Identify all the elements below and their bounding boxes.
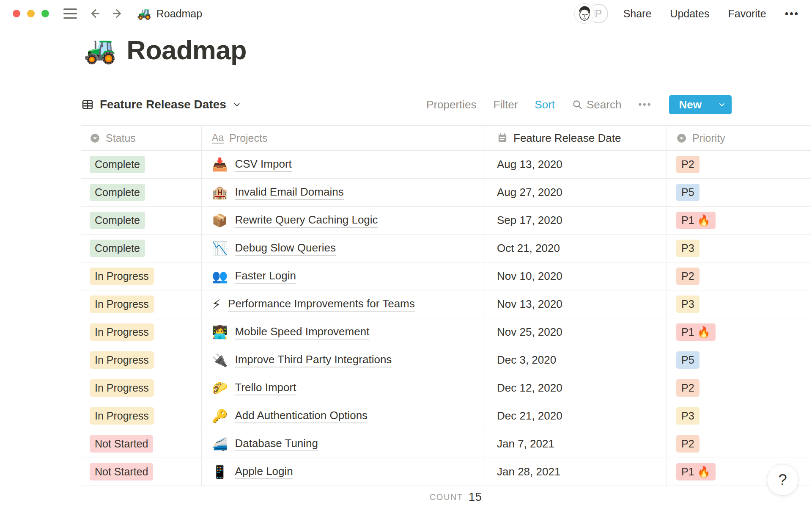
filter-button[interactable]: Filter xyxy=(494,98,518,111)
date-cell[interactable]: Jan 28, 2021 xyxy=(485,458,667,486)
priority-tag[interactable]: P1 🔥 xyxy=(676,212,716,229)
date-cell[interactable]: Dec 21, 2020 xyxy=(485,402,667,430)
new-button-label[interactable]: New xyxy=(669,95,712,114)
project-cell[interactable]: 📱 Apple Login xyxy=(202,458,485,486)
table-row[interactable]: In Progress 🔌 Improve Third Party Integr… xyxy=(81,346,811,374)
priority-tag[interactable]: P3 xyxy=(676,240,700,257)
priority-tag[interactable]: P1 🔥 xyxy=(676,323,716,341)
priority-tag[interactable]: P5 xyxy=(676,184,700,201)
table-row[interactable]: Complete 📦 Rewrite Query Caching Logic S… xyxy=(81,207,811,235)
zoom-window-button[interactable] xyxy=(41,10,49,17)
project-cell[interactable]: 🏨 Invalid Email Domains xyxy=(202,179,485,206)
status-tag[interactable]: In Progress xyxy=(90,268,154,285)
priority-tag[interactable]: P2 xyxy=(676,379,700,397)
status-cell[interactable]: In Progress xyxy=(81,318,202,346)
view-more-icon[interactable]: ••• xyxy=(638,99,652,110)
column-header-priority[interactable]: Priority xyxy=(667,126,811,150)
project-page-link[interactable]: Add Authentication Options xyxy=(235,409,368,423)
table-row[interactable]: Complete 📥 CSV Import Aug 13, 2020 P2 xyxy=(81,151,811,179)
close-window-button[interactable] xyxy=(13,10,20,17)
date-cell[interactable]: Dec 12, 2020 xyxy=(485,374,667,402)
date-cell[interactable]: Nov 25, 2020 xyxy=(485,318,667,346)
favorite-button[interactable]: Favorite xyxy=(728,8,766,20)
project-page-link[interactable]: Faster Login xyxy=(235,269,296,284)
status-cell[interactable]: Not Started xyxy=(81,430,202,458)
project-cell[interactable]: 🚄 Database Tuning xyxy=(202,430,485,458)
view-switcher[interactable]: Feature Release Dates xyxy=(81,98,241,111)
project-page-link[interactable]: Apple Login xyxy=(235,465,293,479)
column-header-date[interactable]: Feature Release Date xyxy=(485,126,667,150)
project-cell[interactable]: 👥 Faster Login xyxy=(202,262,485,290)
table-row[interactable]: Complete 📉 Debug Slow Queries Oct 21, 20… xyxy=(81,235,811,262)
status-tag[interactable]: In Progress xyxy=(90,295,154,313)
page-tractor-icon[interactable]: 🚜 xyxy=(84,37,116,63)
status-cell[interactable]: Not Started xyxy=(81,458,202,486)
priority-cell[interactable]: P5 xyxy=(667,346,811,374)
date-cell[interactable]: Aug 13, 2020 xyxy=(485,151,667,178)
table-row[interactable]: Not Started 📱 Apple Login Jan 28, 2021 P… xyxy=(81,458,811,486)
date-cell[interactable]: Jan 7, 2021 xyxy=(485,430,667,458)
project-page-link[interactable]: Rewrite Query Caching Logic xyxy=(235,213,378,228)
status-cell[interactable]: In Progress xyxy=(81,290,202,318)
status-cell[interactable]: In Progress xyxy=(81,346,202,374)
priority-cell[interactable]: P2 xyxy=(667,262,811,290)
priority-tag[interactable]: P1 🔥 xyxy=(676,463,716,480)
status-cell[interactable]: In Progress xyxy=(81,262,202,290)
breadcrumb[interactable]: 🚜 Roadmap xyxy=(137,7,202,20)
priority-cell[interactable]: P1 🔥 xyxy=(667,318,811,346)
priority-cell[interactable]: P3 xyxy=(667,402,811,430)
project-cell[interactable]: 🌮 Trello Import xyxy=(202,374,485,402)
minimize-window-button[interactable] xyxy=(27,10,35,17)
project-cell[interactable]: 📥 CSV Import xyxy=(202,151,485,178)
date-cell[interactable]: Sep 17, 2020 xyxy=(485,207,667,234)
date-cell[interactable]: Nov 10, 2020 xyxy=(485,262,667,290)
table-row[interactable]: Complete 🏨 Invalid Email Domains Aug 27,… xyxy=(81,179,811,207)
table-row[interactable]: In Progress ⚡ Performance Improvements f… xyxy=(81,290,811,318)
status-tag[interactable]: In Progress xyxy=(90,351,154,369)
status-tag[interactable]: Not Started xyxy=(90,435,153,453)
priority-tag[interactable]: P2 xyxy=(676,156,700,173)
status-tag[interactable]: In Progress xyxy=(90,379,154,397)
column-header-status[interactable]: Status xyxy=(81,126,202,150)
priority-cell[interactable]: P3 xyxy=(667,235,811,262)
status-tag[interactable]: Complete xyxy=(90,240,145,257)
status-tag[interactable]: Complete xyxy=(90,212,145,229)
new-button[interactable]: New xyxy=(669,95,732,114)
table-row[interactable]: In Progress 👩‍💻 Mobile Speed Improvement… xyxy=(81,318,811,346)
collaborator-avatars[interactable]: P xyxy=(574,3,608,24)
page-title[interactable]: Roadmap xyxy=(126,35,247,65)
status-tag[interactable]: Complete xyxy=(90,184,145,201)
share-button[interactable]: Share xyxy=(623,8,652,20)
priority-cell[interactable]: P1 🔥 xyxy=(667,207,811,234)
status-tag[interactable]: Not Started xyxy=(90,463,153,480)
table-row[interactable]: Not Started 🚄 Database Tuning Jan 7, 202… xyxy=(81,430,811,458)
status-cell[interactable]: Complete xyxy=(81,179,202,206)
status-cell[interactable]: Complete xyxy=(81,235,202,262)
status-cell[interactable]: In Progress xyxy=(81,374,202,402)
table-row[interactable]: In Progress 🌮 Trello Import Dec 12, 2020… xyxy=(81,374,811,402)
priority-tag[interactable]: P3 xyxy=(676,295,700,313)
project-page-link[interactable]: Trello Import xyxy=(235,381,296,395)
project-page-link[interactable]: Improve Third Party Integrations xyxy=(235,353,392,367)
date-cell[interactable]: Aug 27, 2020 xyxy=(485,179,667,206)
table-row[interactable]: In Progress 🔑 Add Authentication Options… xyxy=(81,402,811,430)
updates-button[interactable]: Updates xyxy=(670,8,709,20)
project-page-link[interactable]: Debug Slow Queries xyxy=(235,241,335,256)
properties-button[interactable]: Properties xyxy=(426,98,477,111)
status-tag[interactable]: In Progress xyxy=(90,407,154,425)
project-cell[interactable]: 👩‍💻 Mobile Speed Improvement xyxy=(202,318,485,346)
new-dropdown-button[interactable] xyxy=(712,95,732,114)
table-calculation-footer[interactable]: COUNT 15 xyxy=(81,486,482,508)
search-button[interactable]: Search xyxy=(572,98,621,111)
priority-cell[interactable]: P2 xyxy=(667,430,811,458)
project-page-link[interactable]: Invalid Email Domains xyxy=(235,185,343,200)
project-page-link[interactable]: Database Tuning xyxy=(235,437,318,451)
date-cell[interactable]: Oct 21, 2020 xyxy=(485,235,667,262)
back-button[interactable] xyxy=(88,7,101,20)
forward-button[interactable] xyxy=(112,7,124,20)
status-tag[interactable]: In Progress xyxy=(90,323,154,341)
priority-cell[interactable]: P2 xyxy=(667,151,811,178)
more-options-icon[interactable]: ••• xyxy=(785,8,799,19)
priority-tag[interactable]: P3 xyxy=(676,407,700,425)
project-page-link[interactable]: Mobile Speed Improvement xyxy=(235,325,369,340)
